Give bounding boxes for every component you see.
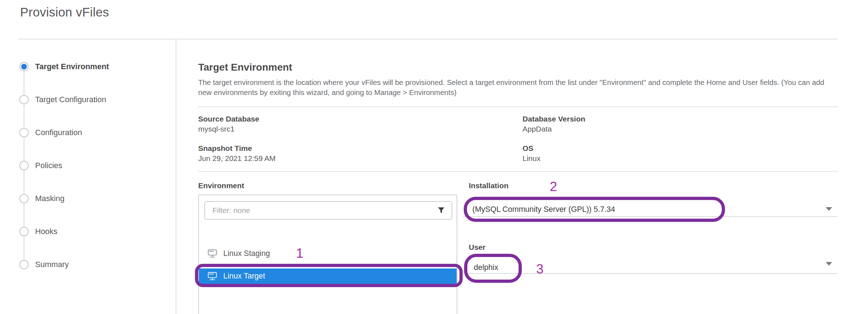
info-label-snapshot-time: Snapshot Time — [198, 144, 252, 153]
step-policies[interactable]: Policies — [19, 159, 62, 172]
environment-item-label: Linux Target — [223, 272, 265, 281]
step-label: Configuration — [35, 128, 82, 137]
environment-item-linux-staging[interactable]: Linux Staging — [199, 246, 457, 261]
environment-item-linux-target[interactable]: Linux Target — [199, 268, 457, 284]
step-dot — [19, 161, 29, 170]
divider — [198, 106, 838, 107]
step-label: Target Configuration — [35, 95, 106, 104]
environment-filter[interactable] — [204, 201, 452, 220]
description-line1: The target environment is the location w… — [198, 78, 758, 86]
step-masking[interactable]: Masking — [19, 192, 65, 205]
info-label-source-database: Source Database — [198, 115, 259, 123]
step-hooks[interactable]: Hooks — [19, 225, 57, 238]
environment-filter-input[interactable] — [205, 206, 437, 215]
user-select-underline — [463, 273, 837, 274]
installation-select-underline — [463, 216, 837, 217]
info-value-snapshot-time: Jun 29, 2021 12:59 AM — [198, 154, 276, 163]
step-dot — [19, 95, 29, 104]
info-label-os: OS — [523, 144, 533, 153]
info-value-database-version: AppData — [523, 125, 552, 133]
step-label: Masking — [35, 194, 65, 203]
user-label: User — [469, 243, 486, 252]
host-monitor-icon — [208, 272, 217, 281]
page-title: Provision vFiles — [20, 5, 109, 19]
step-configuration[interactable]: Configuration — [19, 126, 82, 139]
step-label: Hooks — [35, 227, 57, 236]
header-divider — [18, 39, 838, 39]
chevron-down-icon[interactable] — [826, 262, 832, 266]
installation-label: Installation — [469, 181, 509, 190]
step-summary[interactable]: Summary — [19, 258, 69, 271]
step-label: Policies — [35, 161, 62, 170]
info-value-source-database: mysql-src1 — [198, 125, 235, 133]
environment-list-box: Linux Staging Linux Target — [198, 195, 457, 314]
info-label-database-version: Database Version — [523, 115, 585, 123]
info-value-os: Linux — [523, 154, 540, 163]
provision-vfiles-wizard: Provision vFiles Target Environment Targ… — [0, 0, 868, 314]
step-dot — [19, 194, 29, 203]
installation-select[interactable]: (MySQL Community Server (GPL)) 5.7.34 — [472, 205, 615, 214]
environment-label: Environment — [198, 181, 244, 190]
section-description: The target environment is the location w… — [198, 77, 840, 97]
annotation-number-2: 2 — [550, 179, 557, 194]
step-label: Summary — [35, 260, 69, 269]
section-title: Target Environment — [198, 62, 292, 73]
step-dot — [19, 260, 29, 269]
user-select[interactable]: delphix — [474, 263, 498, 272]
step-label: Target Environment — [35, 62, 109, 71]
environment-item-label: Linux Staging — [223, 249, 270, 258]
annotation-number-3: 3 — [536, 262, 544, 277]
sidebar-divider — [176, 39, 176, 314]
step-dot — [19, 227, 29, 236]
chevron-down-icon[interactable] — [826, 207, 832, 211]
filter-funnel-icon[interactable] — [437, 206, 445, 214]
host-monitor-icon — [208, 249, 217, 258]
step-target-environment[interactable]: Target Environment — [19, 60, 109, 73]
step-dot — [19, 128, 29, 137]
divider — [198, 171, 838, 172]
step-target-configuration[interactable]: Target Configuration — [19, 93, 106, 106]
step-dot-active — [19, 62, 29, 71]
